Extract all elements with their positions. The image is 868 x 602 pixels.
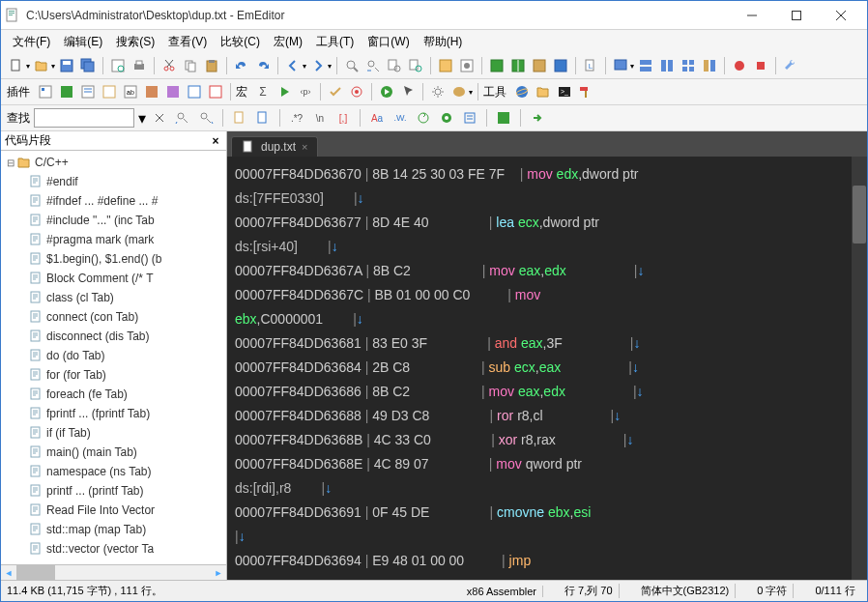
forward-icon[interactable] (308, 56, 328, 75)
tree-item[interactable]: #ifndef ... #define ... # (1, 191, 226, 211)
marker-icon[interactable] (436, 56, 455, 75)
ie-icon[interactable] (512, 82, 532, 101)
tree-root[interactable]: ⊟ C/C++ (1, 153, 226, 172)
print-icon[interactable] (130, 56, 149, 75)
menu-tools[interactable]: 工具(T) (310, 31, 360, 53)
sidebar-hscroll[interactable]: ◄► (1, 564, 226, 580)
minimize-button[interactable] (730, 1, 774, 29)
macro-param-icon[interactable]: ‹p› (296, 82, 315, 101)
dsv-icon[interactable] (530, 56, 549, 75)
menu-search[interactable]: 搜索(S) (110, 31, 160, 53)
sum-icon[interactable]: Σ (253, 82, 273, 101)
close-button[interactable] (819, 1, 863, 29)
plugin1-icon[interactable] (36, 82, 55, 101)
code-line[interactable]: |↓ (235, 525, 859, 549)
find-input[interactable] (34, 108, 134, 128)
bookmark-all-icon[interactable] (437, 108, 456, 128)
tree-item[interactable]: do (do Tab) (1, 346, 226, 365)
code-line[interactable]: 00007FF84DD63691 | 0F 45 DE | cmovne ebx… (235, 501, 859, 525)
menu-macro[interactable]: 宏(M) (268, 31, 308, 53)
close-find-icon[interactable] (150, 108, 169, 128)
tree-item[interactable]: foreach (fe Tab) (1, 385, 226, 404)
tree-item[interactable]: for (for Tab) (1, 365, 226, 385)
plugin7-icon[interactable] (163, 82, 183, 101)
gear-icon[interactable] (428, 82, 448, 101)
target-icon[interactable] (347, 82, 366, 101)
tree-item[interactable]: namespace (ns Tab) (1, 462, 226, 481)
code-line[interactable]: 00007FF84DD63694 | E9 48 01 00 00 | jmp (235, 549, 859, 573)
regex-icon[interactable]: .*? (287, 108, 306, 128)
plugin4-icon[interactable] (100, 82, 119, 101)
replace-icon[interactable] (363, 56, 383, 75)
code-line[interactable]: ds:[7FFE0330] |↓ (235, 186, 859, 211)
plugin2-icon[interactable] (57, 82, 76, 101)
code-line[interactable]: ds:[rdi],r8 |↓ (235, 476, 859, 501)
code-line[interactable]: 00007FF84DD6367A | 8B C2 | mov eax,edx |… (235, 259, 859, 283)
case-icon[interactable]: Aa (367, 108, 387, 128)
undo-icon[interactable] (232, 56, 251, 75)
plugin3-icon[interactable] (78, 82, 98, 101)
code-line[interactable]: 00007FF84DD63688 | 49 D3 C8 | ror r8,cl … (235, 404, 859, 428)
tree-item[interactable]: fprintf ... (fprintf Tab) (1, 404, 226, 423)
snippets-tree[interactable]: ⊟ C/C++ #endif#ifndef ... #define ... ##… (1, 151, 226, 564)
right-arrow-icon[interactable] (528, 108, 547, 128)
split-v-icon[interactable] (657, 56, 677, 75)
hammer-icon[interactable] (576, 82, 595, 101)
maximize-button[interactable] (774, 1, 819, 29)
menu-help[interactable]: 帮助(H) (418, 31, 469, 53)
tree-item[interactable]: std::map (map Tab) (1, 520, 226, 539)
tree-item[interactable]: Read File Into Vector (1, 501, 226, 520)
record-icon[interactable] (730, 56, 749, 75)
editor-vscroll[interactable] (852, 157, 867, 580)
code-line[interactable]: 00007FF84DD6368B | 4C 33 C0 | xor r8,rax… (235, 428, 859, 452)
wrench-icon[interactable] (781, 56, 800, 75)
code-line[interactable]: ebx,C0000001 |↓ (235, 307, 859, 331)
find-file-icon[interactable] (230, 108, 249, 128)
plugin9-icon[interactable] (206, 82, 225, 101)
save-icon[interactable] (57, 56, 76, 75)
new-icon[interactable] (7, 56, 26, 75)
word-icon[interactable]: .W. (391, 108, 410, 128)
cut-icon[interactable] (159, 56, 179, 75)
tree-item[interactable]: connect (con Tab) (1, 307, 226, 327)
menu-edit[interactable]: 编辑(E) (58, 31, 108, 53)
tree-item[interactable]: class (cl Tab) (1, 288, 226, 307)
code-line[interactable]: 00007FF84DD63686 | 8B C2 | mov eax,edx |… (235, 380, 859, 404)
tree-item[interactable]: Block Comment (/* T (1, 269, 226, 288)
status-enc[interactable]: 简体中文(GB2312) (635, 584, 737, 598)
extract-icon[interactable] (494, 108, 513, 128)
copy-icon[interactable] (181, 56, 200, 75)
menu-view[interactable]: 查看(V) (162, 31, 213, 53)
menu-file[interactable]: 文件(F) (7, 31, 56, 53)
tree-item[interactable]: std::vector (vector Ta (1, 539, 226, 559)
back-icon[interactable] (283, 56, 303, 75)
editor[interactable]: 00007FF84DD63670 | 8B 14 25 30 03 FE 7F … (227, 157, 867, 580)
tree-item[interactable]: #pragma mark (mark (1, 230, 226, 249)
tree-item[interactable]: $1.begin(), $1.end() (b (1, 249, 226, 269)
menu-window[interactable]: 窗口(W) (362, 31, 415, 53)
cmd-icon[interactable]: >_ (555, 82, 574, 101)
config-icon[interactable] (457, 56, 477, 75)
stop-icon[interactable] (751, 56, 770, 75)
tree-item[interactable]: printf ... (printf Tab) (1, 481, 226, 501)
find-next-icon[interactable] (196, 108, 216, 128)
plugin8-icon[interactable] (185, 82, 204, 101)
status-lang[interactable]: x86 Assembler (461, 586, 543, 597)
compare-icon[interactable] (700, 56, 719, 75)
play-macro-icon[interactable] (275, 82, 294, 101)
save-all-icon[interactable] (78, 56, 98, 75)
code-line[interactable]: 00007FF84DD63684 | 2B C8 | sub ecx,eax |… (235, 356, 859, 380)
tree-item[interactable]: disconnect (dis Tab) (1, 327, 226, 346)
tree-item[interactable]: #endif (1, 172, 226, 191)
split-grid-icon[interactable] (679, 56, 698, 75)
wrap-icon[interactable] (414, 108, 433, 128)
code-line[interactable]: 00007FF84DD6368E | 4C 89 07 | mov qword … (235, 452, 859, 476)
find-icon[interactable] (342, 56, 362, 75)
code-line[interactable]: 00007FF84DD63677 | 8D 4E 40 | lea ecx,dw… (235, 211, 859, 235)
open-icon[interactable] (32, 56, 51, 75)
paste-icon[interactable] (202, 56, 221, 75)
palette-icon[interactable] (449, 82, 469, 101)
tab-close-icon[interactable]: × (302, 141, 307, 153)
select-all-icon[interactable] (460, 108, 479, 128)
tab-dup-txt[interactable]: dup.txt × (231, 136, 318, 157)
